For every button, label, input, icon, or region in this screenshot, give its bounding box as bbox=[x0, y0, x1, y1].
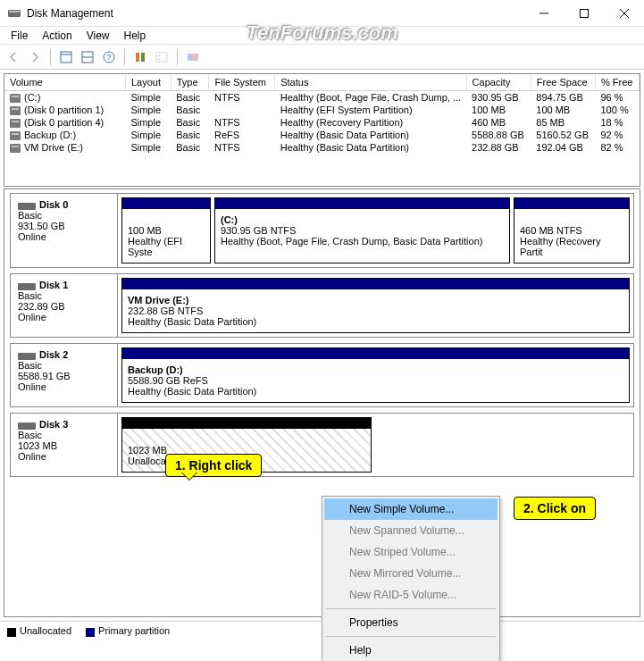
help-icon[interactable]: ? bbox=[101, 49, 117, 65]
toolbar: ? bbox=[0, 45, 644, 70]
svg-rect-4 bbox=[61, 52, 71, 63]
table-row[interactable]: (Disk 0 partition 1)SimpleBasicHealthy (… bbox=[4, 104, 640, 116]
title-bar: Disk Management bbox=[0, 0, 644, 27]
disk-row-0: Disk 0 Basic 931.50 GB Online 100 MB Hea… bbox=[10, 193, 634, 268]
app-icon bbox=[7, 6, 21, 21]
table-row[interactable]: Backup (D:)SimpleBasicReFSHealthy (Basic… bbox=[4, 129, 640, 141]
menu-new-raid5-volume: New RAID-5 Volume... bbox=[324, 584, 498, 606]
menu-help[interactable]: Help bbox=[324, 640, 498, 661]
forward-button[interactable] bbox=[27, 49, 43, 65]
svg-rect-1 bbox=[9, 11, 20, 13]
menu-new-striped-volume: New Striped Volume... bbox=[324, 541, 498, 563]
menu-new-spanned-volume: New Spanned Volume... bbox=[324, 520, 498, 541]
toolbar-panel2-icon[interactable] bbox=[79, 49, 96, 65]
disk-icon bbox=[18, 423, 36, 430]
volume-icon bbox=[10, 144, 21, 153]
close-button[interactable] bbox=[604, 0, 644, 27]
legend-primary: Primary partition bbox=[86, 625, 170, 636]
disk-header-0[interactable]: Disk 0 Basic 931.50 GB Online bbox=[11, 194, 118, 267]
back-button[interactable] bbox=[5, 49, 21, 65]
disk-row-1: Disk 1 Basic 232.89 GB Online VM Drive (… bbox=[10, 273, 634, 338]
partition-disk0-efi[interactable]: 100 MB Healthy (EFI Syste bbox=[121, 197, 211, 264]
menu-file[interactable]: File bbox=[4, 28, 35, 44]
refresh-icon[interactable] bbox=[132, 49, 148, 65]
menu-bar: File Action View Help bbox=[0, 27, 644, 45]
partition-disk0-recovery[interactable]: 460 MB NTFS Healthy (Recovery Partit bbox=[514, 197, 630, 264]
toolbar-checklist-icon[interactable] bbox=[154, 49, 170, 65]
menu-view[interactable]: View bbox=[79, 28, 117, 44]
disk-icon bbox=[18, 353, 36, 360]
maximize-button[interactable] bbox=[564, 0, 604, 27]
menu-help[interactable]: Help bbox=[117, 28, 154, 44]
toolbar-panel1-icon[interactable] bbox=[58, 49, 74, 65]
legend-unallocated-swatch bbox=[7, 628, 16, 637]
col-fs[interactable]: File System bbox=[209, 74, 275, 91]
menu-action[interactable]: Action bbox=[35, 28, 79, 44]
svg-rect-12 bbox=[156, 53, 167, 62]
col-pct[interactable]: % Free bbox=[595, 74, 639, 91]
svg-text:?: ? bbox=[106, 53, 111, 62]
legend-unallocated: Unallocated bbox=[7, 625, 71, 636]
volume-icon bbox=[10, 131, 21, 140]
col-volume[interactable]: Volume bbox=[4, 74, 125, 91]
menu-separator bbox=[326, 636, 496, 637]
menu-properties[interactable]: Properties bbox=[324, 612, 498, 633]
table-row[interactable]: (Disk 0 partition 4)SimpleBasicNTFSHealt… bbox=[4, 116, 640, 129]
annotation-click-on: 2. Click on bbox=[514, 497, 596, 520]
menu-new-simple-volume[interactable]: New Simple Volume... bbox=[324, 498, 498, 520]
svg-rect-10 bbox=[136, 53, 139, 62]
disk-header-1[interactable]: Disk 1 Basic 232.89 GB Online bbox=[11, 274, 118, 337]
disk-icon bbox=[18, 283, 36, 290]
volume-icon bbox=[10, 119, 21, 128]
disk-row-3: Disk 3 Basic 1023 MB Online 1023 MB Unal… bbox=[10, 413, 634, 477]
col-free[interactable]: Free Space bbox=[531, 74, 595, 91]
disk-row-2: Disk 2 Basic 5588.91 GB Online Backup (D… bbox=[10, 343, 634, 407]
table-row[interactable]: (C:)SimpleBasicNTFSHealthy (Boot, Page F… bbox=[4, 91, 640, 105]
volume-list-panel: Volume Layout Type File System Status Ca… bbox=[4, 73, 640, 187]
context-menu: New Simple Volume... New Spanned Volume.… bbox=[322, 496, 500, 661]
toolbar-separator bbox=[50, 49, 51, 65]
col-layout[interactable]: Layout bbox=[125, 74, 171, 91]
partition-disk2-d[interactable]: Backup (D:) 5588.90 GB ReFS Healthy (Bas… bbox=[121, 347, 630, 403]
partition-disk1-e[interactable]: VM Drive (E:) 232.88 GB NTFS Healthy (Ba… bbox=[121, 278, 630, 333]
menu-new-mirrored-volume: New Mirrored Volume... bbox=[324, 563, 498, 584]
menu-separator bbox=[326, 608, 496, 609]
disk-header-2[interactable]: Disk 2 Basic 5588.91 GB Online bbox=[11, 344, 118, 406]
toolbar-gradient-icon[interactable] bbox=[185, 49, 201, 65]
table-row[interactable]: VM Drive (E:)SimpleBasicNTFSHealthy (Bas… bbox=[4, 141, 640, 154]
toolbar-separator bbox=[177, 49, 178, 65]
svg-rect-14 bbox=[188, 54, 193, 61]
col-status[interactable]: Status bbox=[275, 74, 466, 91]
volume-icon bbox=[10, 94, 21, 103]
svg-rect-3 bbox=[580, 9, 588, 17]
minimize-button[interactable] bbox=[523, 0, 564, 27]
disk-icon bbox=[18, 203, 36, 210]
col-capacity[interactable]: Capacity bbox=[466, 74, 531, 91]
disk-header-3[interactable]: Disk 3 Basic 1023 MB Online bbox=[11, 414, 118, 476]
volume-table: Volume Layout Type File System Status Ca… bbox=[4, 74, 640, 154]
partition-disk0-c[interactable]: (C:) 930.95 GB NTFS Healthy (Boot, Page … bbox=[214, 197, 510, 264]
annotation-right-click: 1. Right click bbox=[165, 454, 262, 477]
window-title: Disk Management bbox=[27, 7, 523, 20]
volume-icon bbox=[10, 106, 21, 115]
svg-rect-11 bbox=[141, 53, 145, 62]
col-type[interactable]: Type bbox=[171, 74, 209, 91]
toolbar-separator bbox=[124, 49, 125, 65]
svg-point-2 bbox=[17, 14, 19, 16]
legend-primary-swatch bbox=[86, 628, 95, 637]
